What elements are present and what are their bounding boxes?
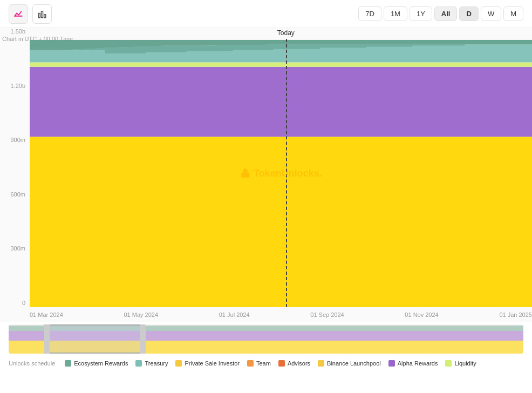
svg-rect-1	[38, 13, 40, 17]
legend-item-ecosystem: Ecosystem Rewards	[65, 360, 128, 367]
legend-item-treasury: Treasury	[135, 360, 168, 367]
area-lime	[30, 62, 532, 66]
legend-text-binance: Binance Launchpool	[327, 360, 381, 367]
legend-item-alpha: Alpha Rewards	[388, 360, 438, 367]
legend-item-binance: Binance Launchpool	[318, 360, 381, 367]
svg-rect-2	[42, 11, 43, 17]
legend-text-alpha: Alpha Rewards	[398, 360, 438, 367]
legend-item-team: Team	[247, 360, 271, 367]
period-w[interactable]: W	[481, 6, 501, 21]
legend-color-alpha	[388, 360, 395, 367]
legend-item-private-sale: Private Sale Investor	[175, 360, 240, 367]
today-line	[286, 39, 287, 307]
y-label-1.20b: 1.20b	[10, 83, 25, 89]
legend-color-ecosystem	[65, 360, 71, 367]
minimap-selected-range	[44, 324, 140, 354]
filter-all[interactable]: All	[434, 6, 458, 21]
svg-rect-3	[44, 14, 46, 17]
x-axis: 01 Mar 2024 01 May 2024 01 Jul 2024 01 S…	[30, 307, 532, 322]
stacked-chart-container: Today TokenUnlocks.	[30, 39, 532, 307]
y-label-900m: 900m	[10, 137, 25, 143]
legend-text-team: Team	[256, 360, 271, 367]
minimap-handle-right[interactable]	[140, 324, 146, 354]
x-label-sep: 01 Sep 2024	[310, 311, 344, 318]
period-m[interactable]: M	[503, 6, 523, 21]
line-chart-button[interactable]	[9, 4, 28, 24]
minimap[interactable]	[9, 324, 523, 354]
x-label-mar: 01 Mar 2024	[30, 311, 63, 318]
x-label-nov: 01 Nov 2024	[405, 311, 438, 318]
minimap-handle-left[interactable]	[44, 324, 50, 354]
legend-text-ecosystem: Ecosystem Rewards	[74, 360, 128, 367]
x-label-jan: 01 Jan 2025	[499, 311, 532, 318]
unlocks-schedule-label: Unlocks schedule	[9, 360, 55, 367]
x-label-jul: 01 Jul 2024	[219, 311, 250, 318]
legend-item-liquidity: Liquidity	[445, 360, 476, 367]
legend-item-advisors: Advisors	[278, 360, 310, 367]
legend-color-advisors	[278, 360, 285, 367]
bar-chart-button[interactable]	[32, 4, 52, 24]
y-label-1.50b: 1.50b	[10, 28, 25, 35]
legend-color-treasury	[135, 360, 142, 367]
period-d[interactable]: D	[459, 6, 478, 21]
x-label-may: 01 May 2024	[124, 311, 158, 318]
stacked-area-svg	[30, 39, 532, 307]
chart-type-controls	[9, 4, 52, 24]
legend-text-treasury: Treasury	[145, 360, 168, 367]
filter-1y[interactable]: 1Y	[410, 6, 432, 21]
top-bar: 7D 1M 1Y All D W M	[0, 0, 532, 28]
legend-color-liquidity	[445, 360, 452, 367]
y-axis: 1.50b 1.20b 900m 600m 300m 0	[0, 28, 30, 306]
chart-area: 1.50b 1.20b 900m 600m 300m 0 Chart in UT…	[0, 28, 532, 322]
area-yellow	[30, 137, 532, 307]
legend-text-advisors: Advisors	[288, 360, 310, 367]
legend-text-liquidity: Liquidity	[454, 360, 476, 367]
time-filter-controls: 7D 1M 1Y All D W M	[358, 6, 523, 21]
y-label-300m: 300m	[10, 245, 25, 252]
y-label-0: 0	[22, 300, 25, 306]
chart-legend: Unlocks schedule Ecosystem Rewards Treas…	[0, 356, 532, 371]
legend-color-binance	[318, 360, 324, 367]
legend-color-private-sale	[175, 360, 182, 367]
y-label-600m: 600m	[10, 191, 25, 198]
today-label: Today	[277, 29, 295, 37]
filter-7d[interactable]: 7D	[358, 6, 381, 21]
filter-1m[interactable]: 1M	[384, 6, 407, 21]
legend-text-private-sale: Private Sale Investor	[185, 360, 240, 367]
legend-color-team	[247, 360, 254, 367]
